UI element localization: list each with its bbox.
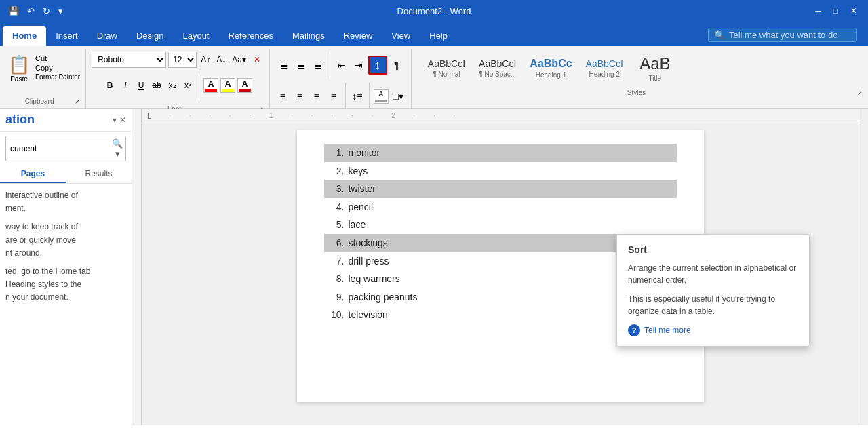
tab-view[interactable]: View <box>382 26 420 46</box>
increase-indent-button[interactable]: ⇥ <box>351 57 366 73</box>
title-bar-left: 💾 ↶ ↻ ▾ <box>5 5 66 18</box>
underline-button[interactable]: U <box>134 77 148 94</box>
clipboard-label: Clipboard ↗ <box>5 96 80 108</box>
undo-button[interactable]: ↶ <box>24 5 37 18</box>
bold-button[interactable]: B <box>103 77 117 94</box>
format-painter-button[interactable]: Format Painter <box>35 73 80 81</box>
paste-label: Paste <box>10 75 28 83</box>
window-title: Document2 - Word <box>397 6 471 16</box>
separator-3 <box>345 83 346 110</box>
nav-header-controls: ▾ ✕ <box>113 115 126 125</box>
list-item: 5. lace <box>324 216 677 234</box>
cut-button[interactable]: Cut <box>35 54 80 62</box>
subscript-button[interactable]: x₂ <box>165 77 179 94</box>
nav-tab-results[interactable]: Results <box>66 166 132 183</box>
change-case-button[interactable]: Aa▾ <box>230 52 248 68</box>
tab-home[interactable]: Home <box>3 26 46 46</box>
maximize-button[interactable]: □ <box>828 5 844 17</box>
style-title[interactable]: AaB Title <box>631 52 679 85</box>
sort-button[interactable]: ↕ <box>368 56 387 75</box>
ruler-tab-marker: L <box>147 112 151 120</box>
tooltip-learn-more-link[interactable]: ? Tell me more <box>628 324 798 336</box>
tooltip-desc2: This is especially useful if you're tryi… <box>628 293 798 317</box>
tab-references[interactable]: References <box>219 26 283 46</box>
line-spacing-button[interactable]: ↕≡ <box>350 88 365 104</box>
font-color-button[interactable]: A <box>203 78 218 93</box>
italic-button[interactable]: I <box>119 77 132 94</box>
numbering-button[interactable]: ≣ <box>294 57 309 73</box>
document-area[interactable]: L · · · · · 1 · · · · · 2 · · · 1. monit… <box>142 109 859 425</box>
copy-button[interactable]: Copy <box>35 64 80 72</box>
tooltip-link-label: Tell me more <box>644 326 691 335</box>
decrease-indent-button[interactable]: ⇤ <box>334 57 349 73</box>
tab-design[interactable]: Design <box>127 26 173 46</box>
list-item: 2. keys <box>324 162 677 180</box>
style-normal-preview: AaBbCcI <box>428 58 465 69</box>
save-button[interactable]: 💾 <box>5 5 22 18</box>
highlight-color-button[interactable]: A <box>220 78 235 93</box>
ribbon-search[interactable]: 🔍 Tell me what you want to do <box>708 28 857 42</box>
nav-tabs: Pages Results <box>0 166 132 184</box>
multilevel-button[interactable]: ≣ <box>311 57 326 73</box>
bullets-button[interactable]: ≣ <box>277 57 292 73</box>
redo-button[interactable]: ↻ <box>40 5 53 18</box>
help-icon: ? <box>628 324 640 336</box>
align-right-button[interactable]: ≡ <box>309 88 324 104</box>
separator-2 <box>330 52 330 79</box>
nav-search[interactable]: 🔍▾ <box>5 136 126 161</box>
nav-close-button[interactable]: ✕ <box>119 115 126 125</box>
justify-button[interactable]: ≡ <box>326 88 341 104</box>
font-family-select[interactable]: Roboto <box>92 52 166 68</box>
nav-dropdown-button[interactable]: ▾ <box>113 115 117 125</box>
font-row-2: B I U ab x₂ x² A A A <box>103 72 252 99</box>
tab-review[interactable]: Review <box>334 26 382 46</box>
show-formatting-button[interactable]: ¶ <box>389 57 404 73</box>
style-heading1-preview: AaBbCc <box>530 58 572 70</box>
clipboard-expand-icon[interactable]: ↗ <box>75 98 80 105</box>
styles-expand-icon[interactable]: ↗ <box>857 90 863 96</box>
style-heading2[interactable]: AaBbCcI Heading 2 <box>580 56 629 81</box>
decrease-font-button[interactable]: A↓ <box>214 52 228 68</box>
separator-4 <box>369 83 370 110</box>
minimize-button[interactable]: ─ <box>810 5 827 17</box>
tab-mailings[interactable]: Mailings <box>283 26 334 46</box>
align-left-button[interactable]: ≡ <box>275 88 290 104</box>
customize-qa-button[interactable]: ▾ <box>56 5 66 18</box>
styles-group: AaBbCcI ¶ Normal AaBbCcI ¶ No Spac... Aa… <box>412 49 868 108</box>
style-heading1[interactable]: AaBbCc Heading 1 <box>524 55 577 81</box>
align-center-button[interactable]: ≡ <box>292 88 307 104</box>
style-nospace[interactable]: AaBbCcI ¶ No Spac... <box>473 56 521 81</box>
nav-content: interactive outline ofment. way to keep … <box>0 184 132 425</box>
superscript-button[interactable]: x² <box>181 77 195 94</box>
search-icon: 🔍 <box>714 30 725 40</box>
tooltip-title: Sort <box>628 244 798 255</box>
style-heading2-preview: AaBbCcI <box>586 58 623 69</box>
tab-draw[interactable]: Draw <box>87 26 127 46</box>
tab-help[interactable]: Help <box>420 26 457 46</box>
tab-layout[interactable]: Layout <box>173 26 218 46</box>
nav-tab-pages[interactable]: Pages <box>0 166 66 183</box>
border-button[interactable]: □▾ <box>391 88 406 104</box>
para-row-2: ≡ ≡ ≡ ≡ ↕≡ A □▾ <box>275 83 406 110</box>
increase-font-button[interactable]: A↑ <box>199 52 212 68</box>
clear-format-button[interactable]: ✕ <box>250 52 264 68</box>
style-title-preview: AaB <box>639 54 670 73</box>
nav-text-2: way to keep track ofare or quickly moven… <box>5 220 126 260</box>
nav-search-button[interactable]: 🔍▾ <box>112 138 123 159</box>
separator-1 <box>199 72 199 99</box>
strikethrough-button[interactable]: ab <box>150 77 163 94</box>
paste-button[interactable]: 📋 Paste <box>5 52 33 83</box>
shading-button[interactable]: A <box>374 89 389 104</box>
horizontal-ruler: L · · · · · 1 · · · · · 2 · · · <box>142 109 859 123</box>
text-color-button[interactable]: A <box>237 78 252 93</box>
vertical-scrollbar[interactable] <box>859 109 868 425</box>
style-normal[interactable]: AaBbCcI ¶ Normal <box>422 56 471 81</box>
nav-search-input[interactable] <box>10 144 112 153</box>
tab-insert[interactable]: Insert <box>46 26 87 46</box>
nav-text-3: ted, go to the Home tabHeading styles to… <box>5 265 126 305</box>
style-heading1-label: Heading 1 <box>536 71 567 79</box>
font-row-1: Roboto 12 A↑ A↓ Aa▾ ✕ <box>92 52 264 68</box>
close-button[interactable]: ✕ <box>845 5 863 17</box>
ruler-marks: · · · · · 1 · · · · · 2 · · · <box>169 112 463 119</box>
font-size-select[interactable]: 12 <box>168 52 197 68</box>
